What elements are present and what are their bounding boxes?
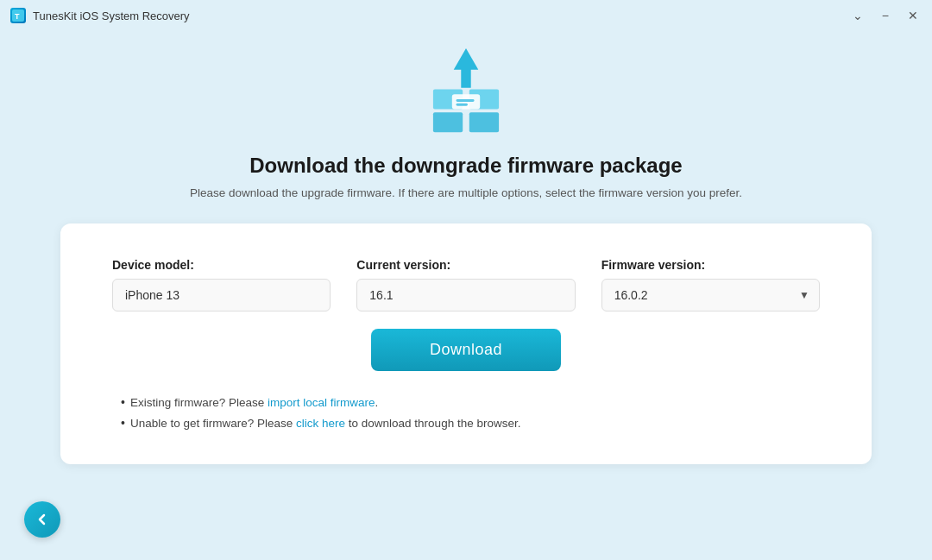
- app-icon: T: [10, 8, 26, 23]
- links-section: Existing firmware? Please import local f…: [112, 395, 820, 430]
- close-button[interactable]: ✕: [904, 7, 922, 24]
- minimize-button[interactable]: −: [878, 7, 892, 24]
- main-content: Download the downgrade firmware package …: [0, 31, 932, 481]
- import-firmware-item: Existing firmware? Please import local f…: [121, 395, 820, 409]
- firmware-card: Device model: Current version: Firmware …: [60, 223, 872, 464]
- back-arrow-icon: [35, 512, 50, 527]
- browser-download-item: Unable to get firmware? Please click her…: [121, 416, 820, 430]
- download-button[interactable]: Download: [371, 329, 561, 371]
- firmware-version-group: Firmware version: 16.0.2 16.0.1 16.0 15.…: [601, 258, 820, 311]
- device-model-group: Device model:: [112, 258, 331, 311]
- app-title: TunesKit iOS System Recovery: [33, 9, 190, 22]
- device-model-label: Device model:: [112, 258, 331, 272]
- firmware-version-select[interactable]: 16.0.2 16.0.1 16.0 15.7.1 15.7: [601, 279, 820, 311]
- svg-text:T: T: [15, 12, 20, 21]
- import-local-firmware-link[interactable]: import local firmware: [268, 396, 375, 409]
- device-model-input[interactable]: [112, 279, 331, 311]
- svg-rect-5: [433, 112, 463, 132]
- svg-marker-2: [454, 48, 479, 88]
- firmware-version-select-wrapper: 16.0.2 16.0.1 16.0 15.7.1 15.7 ▼: [601, 279, 820, 311]
- svg-rect-6: [469, 112, 499, 132]
- button-row: Download: [112, 329, 820, 371]
- current-version-group: Current version:: [356, 258, 575, 311]
- fields-row: Device model: Current version: Firmware …: [112, 258, 820, 311]
- title-bar-left: T TunesKit iOS System Recovery: [10, 8, 190, 23]
- page-title: Download the downgrade firmware package: [249, 154, 682, 178]
- unable-firmware-text: Unable to get firmware? Please click her…: [130, 417, 521, 430]
- existing-firmware-text: Existing firmware? Please import local f…: [130, 396, 378, 409]
- current-version-input[interactable]: [356, 279, 575, 311]
- window-controls: ⌄ − ✕: [849, 7, 922, 24]
- svg-rect-9: [457, 104, 468, 106]
- click-here-link[interactable]: click here: [296, 417, 345, 430]
- firmware-icon: [427, 48, 505, 138]
- svg-rect-8: [457, 99, 475, 102]
- current-version-label: Current version:: [356, 258, 575, 272]
- page-subtitle: Please download the upgrade firmware. If…: [190, 186, 742, 199]
- firmware-version-label: Firmware version:: [601, 258, 820, 272]
- maximize-button[interactable]: ⌄: [849, 7, 866, 24]
- title-bar: T TunesKit iOS System Recovery ⌄ − ✕: [0, 0, 932, 31]
- back-button[interactable]: [24, 501, 60, 538]
